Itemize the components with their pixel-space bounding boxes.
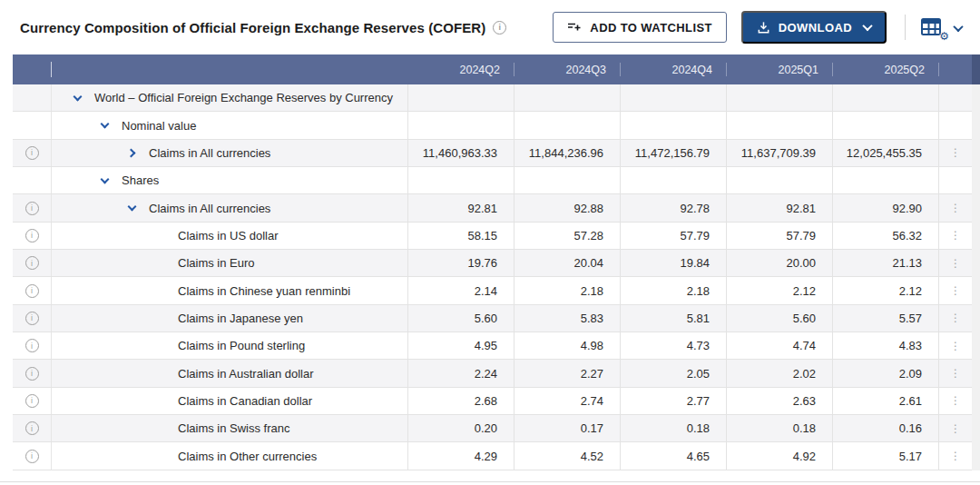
kebab-menu-icon[interactable]: ⋮ [939,277,972,303]
title-info-icon[interactable]: i [493,21,506,35]
watchlist-label: ADD TO WATCHLIST [590,21,711,35]
chevron-down-icon[interactable] [126,206,137,210]
row-label: Claims in Canadian dollar [178,394,312,408]
info-icon[interactable]: i [25,450,39,463]
chevron-right-icon[interactable] [126,150,137,156]
kebab-menu-icon[interactable]: ⋮ [939,332,972,359]
header-menu-column [939,54,972,84]
page-title: Currency Composition of Official Foreign… [20,20,485,35]
info-icon[interactable]: i [25,339,39,352]
row-label: Claims in Japanese yen [178,312,303,325]
table-row: World – Official Foreign Exchange Reserv… [13,84,980,112]
header-icon-column [13,54,52,84]
bottom-divider [0,481,980,482]
kebab-menu-icon[interactable]: ⋮ [939,305,972,332]
row-label: Claims in Euro [178,256,255,270]
info-icon[interactable]: i [25,256,39,270]
table-row: i Claims in Pound sterling 4.95 4.98 4.7… [13,332,980,360]
vertical-scrollbar[interactable] [972,84,980,470]
download-label: DOWNLOAD [779,21,852,35]
table-row: Nominal value [13,112,980,139]
info-icon[interactable]: i [25,421,39,435]
chevron-down-icon[interactable] [99,179,110,183]
row-label: Claims in Chinese yuan renminbi [178,284,350,298]
table-row: i Claims in All currencies 11,460,963.33… [13,140,980,167]
kebab-menu-icon[interactable]: ⋮ [939,223,972,249]
data-table: 2024Q2 2024Q3 2024Q4 2025Q1 2025Q2 World… [13,54,980,470]
row-label: Claims in Australian dollar [178,367,314,381]
table-settings-chevron-icon[interactable] [955,19,962,35]
row-label: Nominal value [122,119,196,133]
chevron-down-icon[interactable] [99,124,110,127]
kebab-menu-icon[interactable]: ⋮ [939,250,972,276]
info-icon[interactable]: i [25,229,39,242]
scrollbar-corner [972,54,980,84]
column-header: 2024Q4 [621,54,727,84]
row-label: World – Official Foreign Exchange Reserv… [94,91,393,104]
kebab-menu-icon[interactable]: ⋮ [939,388,972,414]
kebab-menu-icon[interactable]: ⋮ [939,442,972,469]
row-label: Claims in Other currencies [178,450,317,463]
table-row: i Claims in All currencies 92.81 92.88 9… [13,194,980,222]
kebab-menu-icon[interactable]: ⋮ [939,415,972,441]
column-header: 2025Q1 [727,54,833,84]
table-row: i Claims in Japanese yen 5.60 5.83 5.81 … [13,305,980,332]
info-icon[interactable]: i [25,394,39,408]
chevron-down-icon[interactable] [72,96,83,100]
row-label: Claims in Pound sterling [178,339,305,352]
download-button[interactable]: DOWNLOAD [741,11,887,44]
table-header-row: 2024Q2 2024Q3 2024Q4 2025Q1 2025Q2 [13,54,980,84]
download-icon [757,21,770,35]
toolbar-divider [905,15,906,40]
kebab-menu-icon[interactable]: ⋮ [939,360,972,386]
table-row: i Claims in Australian dollar 2.24 2.27 … [13,360,980,387]
add-to-list-icon [567,21,582,34]
chevron-down-icon [862,21,872,31]
row-label: Claims in All currencies [149,202,270,215]
kebab-menu-icon[interactable]: ⋮ [939,140,972,166]
row-label: Shares [122,173,159,187]
info-icon[interactable]: i [25,284,39,298]
table-row: i Claims in Swiss franc 0.20 0.17 0.18 0… [13,415,980,442]
row-label: Claims in All currencies [149,146,270,160]
table-row: i Claims in US dollar 58.15 57.28 57.79 … [13,223,980,250]
info-icon[interactable]: i [25,146,39,160]
info-icon[interactable]: i [25,312,39,325]
add-to-watchlist-button[interactable]: ADD TO WATCHLIST [553,12,726,43]
column-header: 2024Q2 [408,54,514,84]
kebab-menu-icon[interactable]: ⋮ [939,194,972,221]
row-label: Claims in Swiss franc [178,421,290,435]
table-row: i Claims in Euro 19.76 20.04 19.84 20.00… [13,250,980,277]
table-settings-icon[interactable]: ⚙ [920,15,947,39]
table-row: i Claims in Canadian dollar 2.68 2.74 2.… [13,388,980,415]
table-row: i Claims in Chinese yuan renminbi 2.14 2… [13,277,980,304]
table-row: i Claims in Other currencies 4.29 4.52 4… [13,442,980,470]
header-label-column [52,54,408,84]
info-icon[interactable]: i [25,367,39,381]
row-label: Claims in US dollar [178,229,279,242]
column-header: 2025Q2 [833,54,939,84]
gear-icon: ⚙ [939,30,949,43]
toolbar: Currency Composition of Official Foreign… [0,0,980,54]
table-row: Shares [13,167,980,194]
info-icon[interactable]: i [25,202,39,215]
column-header: 2024Q3 [514,54,621,84]
